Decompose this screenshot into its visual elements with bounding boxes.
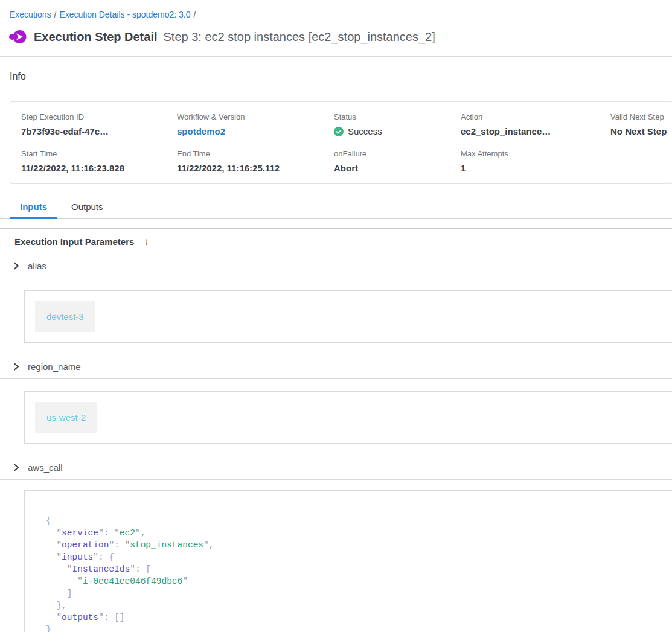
- page-subtitle: Step 3: ec2 stop instances [ec2_stop_ins…: [164, 30, 435, 44]
- field-action: Action ec2_stop_instance…: [461, 112, 610, 138]
- execution-step-detail-page: Executions/Execution Details - spotdemo2…: [0, 0, 672, 632]
- chevron-right-icon: [12, 363, 20, 371]
- field-label: onFailure: [334, 149, 461, 159]
- section-label: aws_call: [28, 462, 63, 473]
- breadcrumb-link-execution-details[interactable]: Execution Details - spotdemo2: 3.0: [59, 10, 190, 19]
- param-box: devtest-3: [24, 290, 672, 343]
- field-step-execution-id: Step Execution ID 7b73f93e-edaf-47c…: [21, 112, 177, 138]
- field-value: No Next Step: [610, 126, 672, 138]
- field-value: ec2_stop_instance…: [461, 126, 610, 138]
- field-valid-next-step: Valid Next Step No Next Step: [610, 112, 672, 138]
- field-label: Status: [334, 112, 461, 122]
- field-value: 7b73f93e-edaf-47c…: [21, 126, 177, 138]
- workflow-link[interactable]: spotdemo2: [177, 126, 334, 138]
- field-label: Workflow & Version: [177, 112, 334, 122]
- section-header-region-name[interactable]: region_name: [0, 355, 672, 379]
- section-label: alias: [28, 261, 46, 271]
- field-status: Status Success: [334, 112, 461, 138]
- field-value: Abort: [334, 162, 461, 174]
- tab-inputs[interactable]: Inputs: [10, 197, 57, 218]
- params-heading-row: Execution Input Parameters ↓: [0, 229, 672, 254]
- field-label: End Time: [177, 149, 334, 159]
- chevron-right-icon: [12, 464, 20, 471]
- aws-call-code-box: { "service": "ec2", "operation": "stop_i…: [24, 490, 672, 632]
- section-content-region-name: us-west-2: [0, 379, 672, 456]
- field-workflow-version: Workflow & Version spotdemo2: [177, 112, 334, 138]
- header-divider: [0, 56, 672, 57]
- status-text: Success: [348, 126, 382, 138]
- field-label: Max Attempts: [461, 149, 610, 159]
- field-value: 11/22/2022, 11:16:25.112: [177, 162, 334, 174]
- brand-logo-icon: [8, 28, 27, 46]
- param-value-chip: devtest-3: [35, 301, 95, 332]
- breadcrumb-separator: /: [54, 10, 56, 19]
- info-grid: Step Execution ID 7b73f93e-edaf-47c… Wor…: [21, 112, 672, 174]
- aws-call-code: { "service": "ec2", "operation": "stop_i…: [46, 515, 667, 632]
- field-value: 11/22/2022, 11:16:23.828: [21, 162, 177, 174]
- breadcrumb-link-executions[interactable]: Executions: [10, 10, 51, 19]
- field-label: Step Execution ID: [21, 112, 177, 122]
- info-section-heading: Info: [10, 71, 672, 82]
- section-header-aws-call[interactable]: aws_call: [0, 456, 672, 480]
- field-onfailure: onFailure Abort: [334, 149, 461, 174]
- chevron-right-icon: [12, 262, 20, 270]
- status-badge: Success: [334, 126, 461, 138]
- tabbar: Inputs Outputs: [0, 197, 672, 219]
- field-end-time: End Time 11/22/2022, 11:16:25.112: [177, 149, 334, 174]
- breadcrumb: Executions/Execution Details - spotdemo2…: [0, 0, 672, 19]
- field-label: Start Time: [21, 149, 177, 159]
- field-label: Valid Next Step: [610, 112, 672, 122]
- breadcrumb-separator: /: [194, 10, 196, 19]
- section-content-alias: devtest-3: [0, 278, 672, 355]
- params-heading: Execution Input Parameters: [14, 237, 134, 247]
- success-check-icon: [334, 127, 344, 136]
- param-box: us-west-2: [24, 391, 672, 444]
- field-start-time: Start Time 11/22/2022, 11:16:23.828: [21, 149, 177, 174]
- page-title: Execution Step Detail: [34, 30, 158, 44]
- section-label: region_name: [28, 362, 81, 372]
- field-value: 1: [461, 162, 610, 174]
- section-header-alias[interactable]: alias: [0, 254, 672, 278]
- sort-down-arrow-icon[interactable]: ↓: [144, 237, 149, 247]
- info-divider: [10, 88, 672, 88]
- param-value-chip: us-west-2: [35, 402, 97, 433]
- tab-outputs[interactable]: Outputs: [61, 197, 114, 218]
- field-label: Action: [461, 112, 610, 122]
- info-card: Step Execution ID 7b73f93e-edaf-47c… Wor…: [10, 101, 672, 184]
- page-header: Execution Step Detail Step 3: ec2 stop i…: [0, 19, 672, 46]
- field-max-attempts: Max Attempts 1: [461, 149, 610, 174]
